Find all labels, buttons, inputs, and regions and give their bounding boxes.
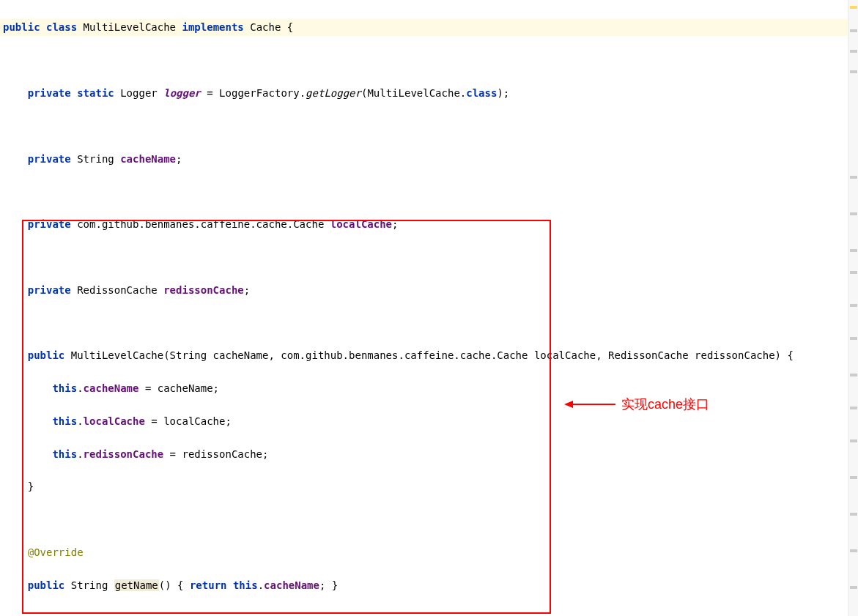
gutter-mark[interactable] [850, 70, 857, 73]
code-line[interactable]: this.cacheName = cacheName; [0, 380, 858, 396]
editor-gutter[interactable] [848, 0, 858, 616]
field-cachename: cacheName [120, 153, 176, 165]
code-line[interactable]: private com.github.benmanes.caffeine.cac… [0, 216, 858, 232]
code-line[interactable]: this.localCache = localCache; [0, 413, 858, 429]
gutter-mark[interactable] [850, 29, 857, 32]
code-line[interactable]: private static Logger logger = LoggerFac… [0, 85, 858, 101]
annotation-arrow: 实现cache接口 [564, 394, 709, 415]
interface: Cache [250, 21, 281, 33]
code-line[interactable]: public MultiLevelCache(String cacheName,… [0, 347, 858, 363]
classname: MultiLevelCache [84, 21, 176, 33]
keyword-public: public [3, 21, 40, 33]
code-line[interactable]: public String getName() { return this.ca… [0, 577, 858, 593]
code-line[interactable]: @Override [0, 544, 858, 560]
gutter-mark[interactable] [850, 586, 857, 589]
gutter-mark[interactable] [850, 176, 857, 179]
gutter-mark[interactable] [850, 304, 857, 307]
arrow-icon [564, 397, 615, 412]
annotation-label: 实现cache接口 [621, 394, 709, 415]
gutter-mark[interactable] [850, 337, 857, 340]
gutter-mark[interactable] [850, 439, 857, 442]
gutter-mark[interactable] [850, 407, 857, 409]
svg-marker-1 [564, 401, 573, 408]
code-line[interactable] [0, 118, 858, 134]
gutter-mark[interactable] [850, 271, 857, 274]
code-line[interactable] [0, 249, 858, 265]
code-line[interactable] [0, 183, 858, 199]
annotation-override: @Override [28, 546, 84, 558]
code-line[interactable] [0, 52, 858, 68]
code-editor[interactable]: public class MultiLevelCache implements … [0, 0, 858, 616]
gutter-mark[interactable] [850, 6, 857, 9]
code-line[interactable]: private RedissonCache redissonCache; [0, 282, 858, 298]
code-line[interactable] [0, 609, 858, 616]
code-line[interactable] [0, 511, 858, 527]
code-line[interactable]: this.redissonCache = redissonCache; [0, 446, 858, 462]
field-logger: logger [163, 87, 201, 99]
gutter-mark[interactable] [850, 476, 857, 479]
gutter-mark[interactable] [850, 50, 857, 53]
keyword-class: class [46, 21, 77, 33]
gutter-mark[interactable] [850, 549, 857, 552]
field-redissoncache: redissonCache [163, 284, 244, 296]
gutter-mark[interactable] [850, 513, 857, 516]
field-localcache: localCache [330, 218, 392, 230]
gutter-mark[interactable] [850, 374, 857, 376]
gutter-mark[interactable] [850, 249, 857, 252]
code-line[interactable]: private String cacheName; [0, 151, 858, 167]
gutter-mark[interactable] [850, 212, 857, 215]
keyword-implements: implements [182, 21, 243, 33]
code-line[interactable]: public class MultiLevelCache implements … [0, 19, 858, 35]
code-line[interactable] [0, 314, 858, 330]
method-getname: getName [114, 579, 159, 591]
code-line[interactable]: } [0, 478, 858, 494]
